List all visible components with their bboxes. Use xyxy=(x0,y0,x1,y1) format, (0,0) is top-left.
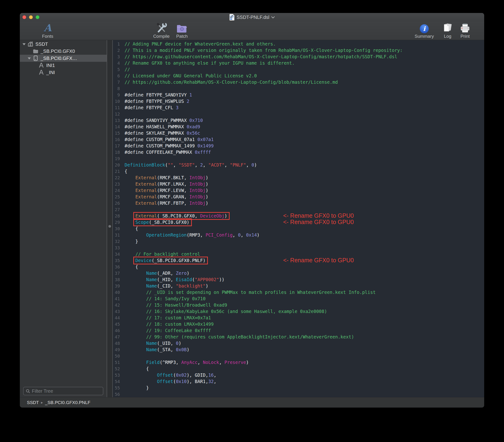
code-line[interactable]: 45 // 18: custom LMAX=0x1499 xyxy=(113,321,484,327)
code-line[interactable]: 7// https://github.com/RehabMan/OS-X-Clo… xyxy=(113,79,484,85)
code-line-text: Field(^RMP3, AnyAcc, NoLock, Preserve) xyxy=(125,359,249,366)
code-line[interactable]: 28 External(_SB.PCI0.GFX0, DeviceObj)<- … xyxy=(113,213,484,219)
patch-folder-icon: ⚙ xyxy=(176,22,188,33)
fonts-label: Fonts xyxy=(42,34,53,38)
code-line-text: #define FBTYPE_SANDYIVY 1 xyxy=(125,92,192,98)
code-line[interactable]: 30 { xyxy=(113,226,484,232)
tree-item[interactable]: _INI xyxy=(20,69,107,76)
compile-button[interactable]: Compile xyxy=(152,22,171,38)
code-line[interactable]: 41 // 14: Sandy/Ivy 0x710 xyxy=(113,296,484,302)
code-line[interactable]: 48 Name(_UID, 0) xyxy=(113,340,484,347)
line-number: 18 xyxy=(113,149,122,156)
tree-item[interactable]: _SB.PCI0.GFX… xyxy=(20,55,107,62)
code-line[interactable]: 35 Device(_SB.PCI0.GFX0.PNLF)<- Rename G… xyxy=(113,257,484,264)
code-line[interactable]: 6// Licensed under GNU General Public Li… xyxy=(113,73,484,79)
code-line[interactable]: 26 External(RMCF.FBTP, IntObj) xyxy=(113,200,484,206)
code-line[interactable]: 52 { xyxy=(113,366,484,372)
code-line-text: } xyxy=(125,238,138,245)
code-line[interactable]: 38 Name(_HID, EisaId("APP0002")) xyxy=(113,276,484,283)
filter-input[interactable] xyxy=(32,389,101,394)
code-line-text: #define SKYLAKE_PWMMAX 0x56c xyxy=(125,130,200,136)
filter-field[interactable] xyxy=(23,387,103,395)
code-line[interactable]: 11#define FBTYPE_CFL 3 xyxy=(113,105,484,111)
code-line[interactable]: 1// Adding PNLF device for WhateverGreen… xyxy=(113,41,484,47)
rename-annotation: <- Rename GFX0 to GPU0 xyxy=(283,212,354,219)
fonts-button[interactable]: A Fonts xyxy=(40,22,55,38)
split-divider[interactable] xyxy=(107,40,113,397)
code-line[interactable]: 5// xyxy=(113,66,484,73)
code-line[interactable]: 22 External(RMCF.BKLT, IntObj) xyxy=(113,175,484,181)
code-line[interactable]: 56 xyxy=(113,391,484,397)
code-line[interactable]: 51 Field(^RMP3, AnyAcc, NoLock, Preserve… xyxy=(113,359,484,366)
log-button[interactable]: Log xyxy=(441,22,454,38)
code-line[interactable]: 46 // 19: CoffeeLake 0xffff xyxy=(113,327,484,334)
chevron-down-icon[interactable] xyxy=(271,16,275,18)
line-number: 47 xyxy=(113,334,122,340)
code-line[interactable]: 50 xyxy=(113,353,484,359)
code-line[interactable]: 4// Rename GFX0 to anything else if your… xyxy=(113,60,484,66)
code-line[interactable]: 47 // 99: Other (requires custom AppleBa… xyxy=(113,334,484,340)
code-line[interactable]: 18#define COFFEELAKE_PWMMAX 0xffff xyxy=(113,149,484,156)
code-line-text: // Rename GFX0 to anything else if your … xyxy=(125,60,295,66)
code-line[interactable]: 42 // 15: Haswell/Broadwell 0xad9 xyxy=(113,302,484,308)
tree-item[interactable]: INI1 xyxy=(20,62,107,69)
line-number: 7 xyxy=(113,79,122,85)
code-line[interactable]: 3// https://raw.githubusercontent.com/Re… xyxy=(113,53,484,60)
code-line-text: // 16: Skylake/KabyLake 0x56c (and some … xyxy=(125,308,327,315)
code-line-text: External(RMCF.GRAN, IntObj) xyxy=(125,194,208,200)
code-line-text: Name(_HID, EisaId("APP0002")) xyxy=(125,276,224,283)
code-line[interactable]: 13#define SANDYIVY_PWMMAX 0x710 xyxy=(113,117,484,124)
tree-item[interactable]: _SB.PCI0.GFX0 xyxy=(20,48,107,55)
code-line[interactable]: 25 External(RMCF.GRAN, IntObj) xyxy=(113,194,484,200)
code-line[interactable]: 23 External(RMCF.LMAX, IntObj) xyxy=(113,181,484,187)
code-line[interactable]: 29 Scope(_SB.PCI0.GFX0)<- Rename GFX0 to… xyxy=(113,219,484,226)
line-number: 31 xyxy=(113,232,122,238)
code-line[interactable]: 40 // _UID is set depending on PWMMax to… xyxy=(113,289,484,296)
code-line[interactable]: 2// This is a modified PNLF version orig… xyxy=(113,47,484,53)
code-line[interactable]: 33 xyxy=(113,245,484,251)
code-line-text: Name(_ADR, Zero) xyxy=(125,270,189,276)
code-line[interactable]: 55 } xyxy=(113,385,484,391)
code-line[interactable]: 31 OperationRegion(RMP3, PCI_Config, 0, … xyxy=(113,232,484,238)
code-line[interactable]: 44 // 17: custom LMAX=0x7a1 xyxy=(113,315,484,321)
print-button[interactable]: Print xyxy=(458,22,472,38)
split-handle-dot[interactable] xyxy=(108,225,111,228)
code-line[interactable]: 20DefinitionBlock("", "SSDT", 2, "ACDT",… xyxy=(113,162,484,168)
code-line-text: Name(_UID, 0) xyxy=(125,340,181,347)
code-line[interactable]: 17#define CUSTOM_PWMMAX_1499 0x1499 xyxy=(113,143,484,149)
search-icon xyxy=(26,389,30,393)
code-line[interactable]: 49 Name(_STA, 0x0B) xyxy=(113,347,484,353)
code-line[interactable]: 53 Offset(0x02), GDID,16, xyxy=(113,372,484,378)
code-line[interactable]: 21{ xyxy=(113,168,484,175)
sidebar: SSDT_SB.PCI0.GFX0_SB.PCI0.GFX…INI1_INI xyxy=(20,40,107,397)
code-line[interactable]: 16#define CUSTOM_PWMMAX_07a1 0x07a1 xyxy=(113,136,484,143)
code-line[interactable]: 37 Name(_ADR, Zero) xyxy=(113,270,484,276)
code-line[interactable]: 24 External(RMCF.LEVW, IntObj) xyxy=(113,187,484,194)
code-line[interactable]: 39 Name(_CID, "backlight") xyxy=(113,283,484,289)
code-line[interactable]: 19 xyxy=(113,156,484,162)
code-editor[interactable]: 1// Adding PNLF device for WhateverGreen… xyxy=(113,40,484,397)
code-line[interactable]: 54 Offset(0x10), BAR1,32, xyxy=(113,378,484,385)
code-line[interactable]: 10#define FBTYPE_HSWPLUS 2 xyxy=(113,98,484,105)
code-line[interactable]: 8 xyxy=(113,85,484,92)
code-line[interactable]: 14#define HASWELL_PWMMAX 0xad9 xyxy=(113,124,484,130)
tree-item[interactable]: SSDT xyxy=(20,41,107,48)
disclosure-triangle-icon[interactable] xyxy=(22,42,27,46)
code-line-text: DefinitionBlock("", "SSDT", 2, "ACDT", "… xyxy=(125,162,257,168)
code-line[interactable]: 32 } xyxy=(113,238,484,245)
summary-button[interactable]: i Summary xyxy=(413,22,435,38)
disclosure-triangle-icon[interactable] xyxy=(27,56,33,60)
code-line[interactable]: 9#define FBTYPE_SANDYIVY 1 xyxy=(113,92,484,98)
line-number: 12 xyxy=(113,111,122,117)
code-line[interactable]: 34 // For backlight control xyxy=(113,251,484,257)
patch-button[interactable]: ⚙ Patch xyxy=(175,22,189,38)
code-line-text: { xyxy=(125,226,138,232)
code-line-text: Device(_SB.PCI0.GFX0.PNLF)<- Rename GFX0… xyxy=(125,257,208,264)
rename-annotation: <- Rename GFX0 to GPU0 xyxy=(283,219,354,225)
code-line[interactable]: 27 xyxy=(113,206,484,213)
window-title-area[interactable]: SSDT-PNLF.dsl xyxy=(20,13,484,21)
code-line[interactable]: 12 xyxy=(113,111,484,117)
code-line[interactable]: 43 // 16: Skylake/KabyLake 0x56c (and so… xyxy=(113,308,484,315)
code-line[interactable]: 15#define SKYLAKE_PWMMAX 0x56c xyxy=(113,130,484,136)
code-line[interactable]: 36 { xyxy=(113,264,484,270)
